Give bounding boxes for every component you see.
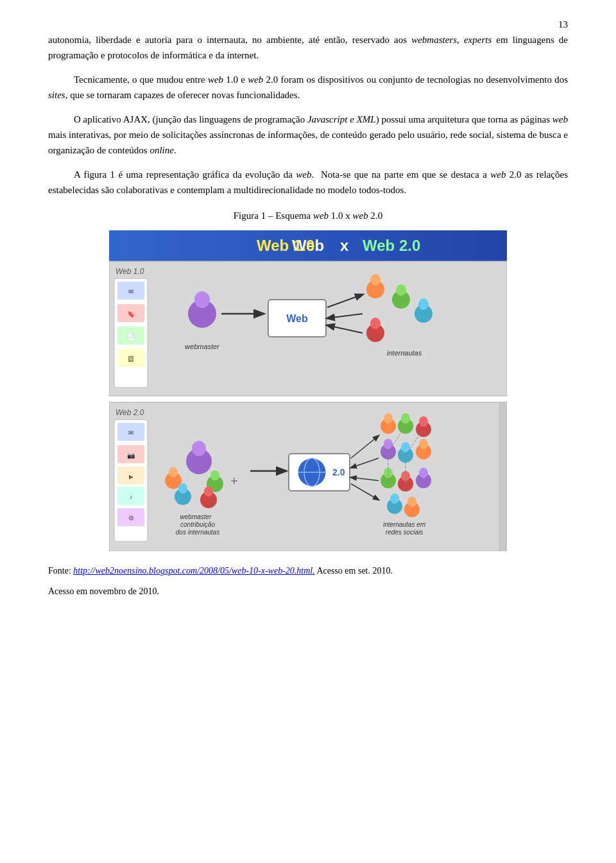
source-access-date: Acesso em set. 2010. [315,566,393,576]
svg-text:🔖: 🔖 [127,310,135,318]
svg-text:Web 1.0: Web 1.0 [257,237,314,254]
svg-point-32 [418,298,429,310]
source-label: Fonte: [48,566,73,576]
svg-text:▶: ▶ [129,474,133,480]
svg-text:🖼: 🖼 [128,355,134,363]
figure-caption: Figura 1 – Esquema web 1.0 x web 2.0 [48,210,568,221]
svg-text:internautas: internautas [387,349,422,357]
svg-point-48 [192,441,206,456]
svg-text:Web 1.0: Web 1.0 [116,267,144,276]
svg-point-56 [204,486,213,497]
svg-text:webmaster: webmaster [185,343,220,350]
figure-source-note: Acesso em novembro de 2010. [48,585,568,599]
svg-point-54 [178,483,187,493]
svg-text:📷: 📷 [127,451,135,459]
access-november: Acesso em novembro de 2010. [48,586,159,596]
source-link[interactable]: http://web2noensino.blogspot.com/2008/05… [73,566,314,576]
svg-text:redes sociais: redes sociais [386,529,423,536]
svg-point-80 [419,439,428,449]
paragraph-4: A figura 1 é uma representação gráfica d… [48,167,568,198]
svg-point-26 [370,274,381,286]
svg-point-90 [407,497,416,507]
svg-text:webmaster: webmaster [180,513,212,520]
svg-text:✉: ✉ [128,429,133,436]
page-number: 13 [558,19,568,30]
svg-text:⚙: ⚙ [128,515,134,522]
svg-point-70 [384,413,393,423]
figure-source: Fonte: http://web2noensino.blogspot.com/… [48,564,568,578]
svg-point-28 [396,284,406,296]
figure-container: Web Web 1.0 x Web 2.0 Web 1.0 ✉ 🔖 📄 🖼 [48,230,568,551]
svg-text:contribuição: contribuição [180,521,215,528]
svg-text:Web: Web [286,313,308,324]
svg-text:x: x [340,237,349,254]
svg-point-17 [194,291,210,308]
svg-text:+: + [230,473,238,489]
svg-point-86 [419,468,428,478]
svg-rect-99 [499,402,507,551]
svg-text:♪: ♪ [130,493,133,500]
paragraph-2: Tecnicamente, o que mudou entre web 1.0 … [48,72,568,103]
svg-text:Web 2.0: Web 2.0 [363,237,420,254]
paragraph-3: O aplicativo AJAX, (junção das linguagen… [48,112,568,158]
svg-text:Web 2.0: Web 2.0 [116,408,144,417]
svg-point-72 [401,413,410,423]
paragraph-1: autonomia, liberdade e autoria para o in… [48,32,568,63]
svg-point-52 [210,470,219,481]
svg-text:dos internautas: dos internautas [176,529,219,536]
svg-text:internautas em: internautas em [383,521,425,528]
web-diagram-svg: Web Web 1.0 x Web 2.0 Web 1.0 ✉ 🔖 📄 🖼 [109,230,507,551]
svg-point-30 [370,318,381,329]
svg-point-50 [169,467,178,477]
svg-text:📄: 📄 [127,332,135,341]
svg-point-88 [390,493,399,504]
svg-text:2.0: 2.0 [332,467,345,477]
svg-text:✉: ✉ [128,288,133,295]
svg-point-74 [419,416,428,427]
